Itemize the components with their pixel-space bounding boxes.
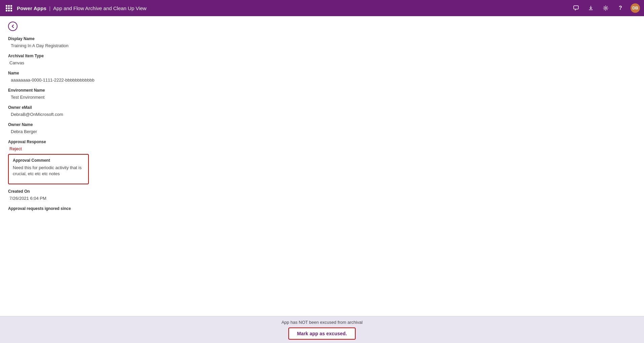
display-name-value: Training In A Day Registration [8,42,636,49]
help-icon[interactable]: ? [616,3,625,13]
nav-separator: | [49,5,50,11]
approval-comment-text: Need this for periodic activity that is … [13,165,84,177]
archival-item-type-value: Canvas [8,60,636,66]
feedback-icon[interactable] [571,3,581,13]
archival-item-type-label: Archival Item Type [8,54,636,58]
footer-status-text: App has NOT been excused from archival [281,320,362,325]
name-value: aaaaaaaa-0000-1111-2222-bbbbbbbbbbbb [8,77,636,83]
top-nav-bar: Power Apps | App and Flow Archive and Cl… [0,0,644,16]
environment-name-value: Test Environment [8,94,636,100]
main-content: Display Name Training In A Day Registrat… [0,16,644,343]
owner-name-value: Debra Berger [8,128,636,135]
approval-comment-label: Approval Comment [13,158,84,163]
download-icon[interactable] [586,3,596,13]
created-on-label: Created On [8,189,636,194]
content-area: Display Name Training In A Day Registrat… [0,16,644,316]
settings-icon[interactable] [601,3,610,13]
user-avatar[interactable]: DB [631,3,640,13]
mark-excused-button[interactable]: Mark app as excused. [288,328,356,340]
created-on-value: 7/26/2021 6:04 PM [8,195,636,201]
waffle-menu-button[interactable] [4,3,13,13]
app-name: Power Apps [17,5,46,11]
approval-comment-box: Approval Comment Need this for periodic … [8,154,89,184]
svg-rect-0 [574,6,578,9]
footer-bar: App has NOT been excused from archival M… [0,316,644,343]
owner-name-label: Owner Name [8,122,636,127]
approval-ignored-label: Approval requests ignored since [8,206,636,211]
name-label: Name [8,71,636,75]
display-name-label: Display Name [8,36,636,41]
nav-icons-group: ? DB [571,3,640,13]
approval-response-label: Approval Response [8,139,636,144]
owner-email-label: Owner eMail [8,105,636,110]
owner-email-value: DebraB@OnMicrosoft.com [8,111,636,118]
svg-point-2 [605,7,607,9]
environment-name-label: Environment Name [8,88,636,93]
approval-response-value: Reject [8,146,636,152]
page-title: App and Flow Archive and Clean Up View [53,5,146,11]
back-button[interactable] [8,22,17,31]
